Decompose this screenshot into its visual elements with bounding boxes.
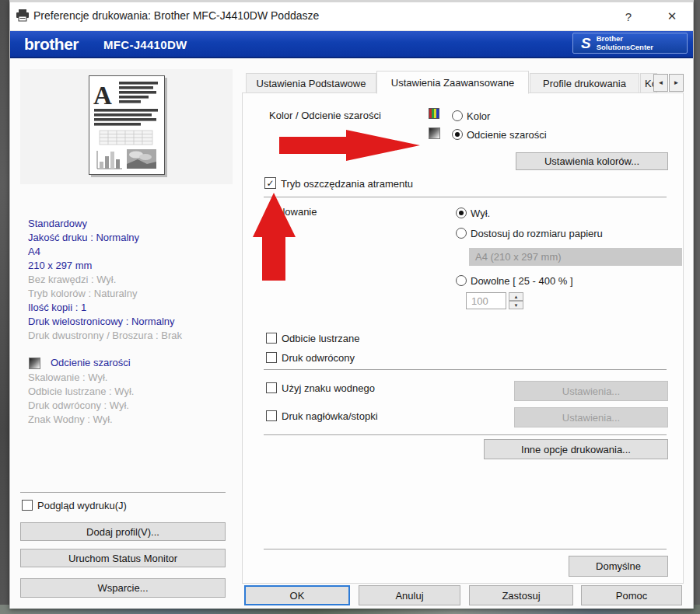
help-button[interactable]: Pomoc bbox=[581, 585, 682, 605]
watermark-settings-button: Ustawienia... bbox=[514, 381, 668, 401]
preview-letter: A bbox=[93, 82, 112, 110]
paper-size-combobox[interactable]: A4 (210 x 297 mm) bbox=[469, 248, 682, 266]
annotation-arrow-up-icon bbox=[252, 192, 297, 281]
printer-model: MFC-J4410DW bbox=[103, 38, 187, 51]
summary-duplex: Druk dwustronny / Broszura : Brak bbox=[28, 330, 182, 341]
mirror-label: Odbicie lustrzane bbox=[282, 333, 359, 344]
print-preview-checkbox[interactable] bbox=[22, 500, 33, 511]
separator-4 bbox=[264, 549, 667, 549]
scaling-off-radio[interactable] bbox=[456, 208, 467, 218]
solutions-center-label: BrotherSolutionsCenter bbox=[597, 35, 653, 52]
brother-logo: brother bbox=[24, 35, 79, 54]
summary-size: 210 x 297 mm bbox=[28, 260, 92, 271]
scale-spin-up-button[interactable]: ▲ bbox=[509, 292, 523, 301]
color-mode-label: Kolor / Odcienie szarości bbox=[269, 110, 381, 121]
left-separator bbox=[20, 492, 226, 493]
status-monitor-button[interactable]: Uruchom Status Monitor bbox=[20, 549, 226, 567]
grayscale-radio[interactable] bbox=[452, 129, 463, 140]
summary-mirror: Odbicie lustrzane : Wył. bbox=[28, 385, 134, 397]
ink-save-label: Tryb oszczędzania atramentu bbox=[281, 178, 413, 190]
header-footer-checkbox[interactable] bbox=[266, 410, 277, 421]
tab-basic-settings[interactable]: Ustawienia Podstawowe bbox=[246, 73, 376, 93]
watermark-label: Użyj znaku wodnego bbox=[282, 382, 375, 394]
paper-size-value: A4 (210 x 297 mm) bbox=[475, 251, 562, 263]
tab-advanced-settings[interactable]: Ustawienia Zaawansowane bbox=[376, 71, 529, 94]
grayscale-icon bbox=[29, 358, 40, 369]
tab-scroll-right-button[interactable]: ► bbox=[669, 74, 684, 92]
apply-button[interactable]: Zastosuj bbox=[469, 585, 573, 605]
document-preview-area: A bbox=[20, 69, 233, 184]
color-radio-label: Kolor bbox=[467, 110, 490, 122]
separator-3 bbox=[264, 434, 667, 435]
summary-quality: Jakość druku : Normalny bbox=[28, 232, 139, 243]
color-swatch-icon bbox=[429, 108, 439, 119]
window-title: Preferencje drukowania: Brother MFC-J441… bbox=[33, 9, 319, 22]
document-preview-art: A bbox=[89, 76, 164, 174]
add-profile-button[interactable]: Dodaj profil(V)... bbox=[20, 522, 226, 541]
scaling-free-label: Dowolne [ 25 - 400 % ] bbox=[471, 275, 573, 287]
summary-reverse: Druk odwrócony : Wył. bbox=[28, 399, 129, 411]
help-titlebar-button[interactable]: ? bbox=[618, 7, 639, 26]
separator-1 bbox=[264, 197, 667, 197]
defaults-button[interactable]: Domyślne bbox=[569, 556, 668, 577]
scale-percent-value: 100 bbox=[471, 295, 488, 307]
scaling-free-radio[interactable] bbox=[456, 275, 467, 286]
desktop-background-left bbox=[0, 0, 9, 614]
summary-borderless: Bez krawędzi : Wył. bbox=[28, 274, 116, 285]
separator-2 bbox=[264, 369, 667, 370]
reverse-checkbox[interactable] bbox=[266, 352, 277, 363]
title-bar[interactable]: Preferencje drukowania: Brother MFC-J441… bbox=[10, 2, 693, 31]
summary-multipage: Druk wielostronicowy : Normalny bbox=[28, 316, 175, 327]
scaling-fit-radio[interactable] bbox=[456, 228, 467, 239]
tab-scroll-left-button[interactable]: ◄ bbox=[653, 74, 668, 92]
cancel-button[interactable]: Anuluj bbox=[359, 585, 460, 605]
scaling-fit-label: Dostosuj do rozmiaru papieru bbox=[471, 228, 603, 239]
summary-watermark: Znak Wodny : Wył. bbox=[28, 413, 113, 425]
summary-copies: Ilość kopii : 1 bbox=[28, 302, 86, 313]
annotation-arrow-right-icon bbox=[278, 128, 422, 162]
scaling-off-label: Wył. bbox=[471, 208, 490, 219]
summary-colormode: Tryb kolorów : Naturalny bbox=[28, 288, 137, 299]
reverse-label: Druk odwrócony bbox=[282, 352, 355, 364]
other-print-options-button[interactable]: Inne opcje drukowania... bbox=[484, 439, 668, 459]
print-preferences-dialog: Preferencje drukowania: Brother MFC-J441… bbox=[9, 0, 694, 609]
print-preview-label: Podgląd wydruku(J) bbox=[37, 500, 127, 511]
scale-spin-down-button[interactable]: ▼ bbox=[509, 301, 523, 309]
support-button[interactable]: Wsparcie... bbox=[20, 578, 226, 598]
summary-scaling: Skalowanie : Wył. bbox=[28, 372, 107, 383]
ok-button[interactable]: OK bbox=[244, 585, 350, 605]
summary-paper: A4 bbox=[28, 246, 40, 257]
color-radio[interactable] bbox=[452, 110, 463, 121]
scale-percent-input[interactable]: 100 bbox=[466, 292, 506, 309]
header-footer-label: Druk nagłówka/stopki bbox=[282, 410, 378, 422]
ink-save-checkbox[interactable]: ✓ bbox=[264, 177, 276, 189]
solutions-center-button[interactable]: S BrotherSolutionsCenter bbox=[572, 33, 688, 54]
summary-profile: Standardowy bbox=[28, 218, 87, 229]
summary-grayscale-heading: Odcienie szarości bbox=[51, 357, 131, 368]
color-settings-button[interactable]: Ustawienia kolorów... bbox=[516, 152, 668, 170]
watermark-checkbox[interactable] bbox=[266, 382, 277, 393]
document-preview-page: A bbox=[89, 75, 165, 175]
printer-icon bbox=[16, 9, 30, 22]
solutions-center-icon: S bbox=[581, 36, 591, 51]
grayscale-radio-label: Odcienie szarości bbox=[467, 129, 547, 141]
mirror-checkbox[interactable] bbox=[266, 333, 277, 344]
tab-print-profiles[interactable]: Profile drukowania bbox=[530, 73, 639, 93]
header-footer-settings-button: Ustawienia... bbox=[514, 407, 668, 427]
grayscale-swatch-icon bbox=[429, 127, 440, 139]
close-button[interactable]: ✕ bbox=[662, 7, 682, 26]
brand-banner: brother MFC-J4410DW S BrotherSolutionsCe… bbox=[10, 31, 693, 58]
